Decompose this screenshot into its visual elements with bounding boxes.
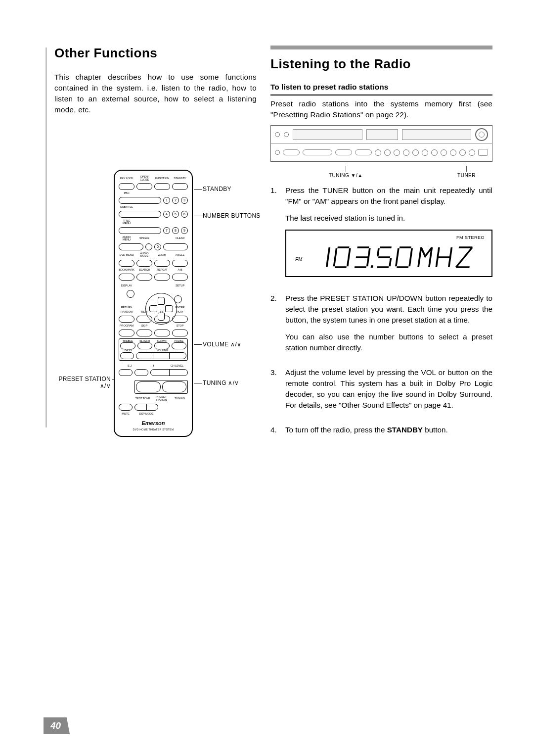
remote-body: KEY LOCKOPEN/ CLOSEFUNCTIONSTANDBY PBC 1… [114,170,193,437]
remote-illustration: STANDBY NUMBER BUTTONS VOLUME ∧/∨ TUNING… [54,170,257,447]
heading-accent-bar [270,46,492,49]
disc-tray-icon [293,129,362,140]
remote-row [119,274,188,281]
callout-volume: VOLUME ∧/∨ [203,341,272,348]
clear-button [163,243,188,250]
number-7-button: 7 [163,227,170,234]
vertical-rule [45,47,47,427]
function-button [154,183,170,190]
seven-segment-readout [322,244,484,270]
dpad-up [158,297,165,305]
standby-button [172,183,188,190]
headphone-jack-icon [275,150,280,155]
page-number: 40 [44,717,70,734]
subtitle-button [119,211,161,218]
display-illustration: FM STEREO FM [285,230,492,277]
mute-button [119,404,133,411]
remote-subtitle: DVD HOME THEATER SYSTEM [119,428,188,431]
subheading-preset-stations: To listen to preset radio stations [270,83,492,92]
skip-prev-button [136,330,152,336]
svg-rect-0 [371,266,373,268]
remote-row [119,260,188,267]
dpad-down [158,313,165,321]
remote-row: 123 [119,197,188,204]
dsp-mode-rocker [134,404,158,411]
remote-row [119,330,188,336]
callout-standby-label: STANDBY [203,186,231,192]
title-menu-button [119,227,161,234]
callout-number-label: NUMBER BUTTONS [203,212,261,219]
volume-knob-icon [475,128,488,141]
step-1-note: The last received station is tuned in. [285,213,492,224]
audio-menu-button [119,243,143,250]
intro-paragraph: This chapter describes how to use some f… [54,72,257,115]
callout-preset-station: PRESET STATION ∧/∨ [51,376,111,389]
lcd-display-icon [402,129,472,140]
step-1: 1. Press the TUNER button on the main un… [270,185,492,285]
angle-button [172,260,188,267]
preset-station-rocker [136,381,161,392]
zoom-button [154,260,170,267]
plus-button [134,369,148,376]
step-2: 2. Press the PRESET STATION UP/DOWN butt… [270,293,492,359]
preset-intro-paragraph: Preset radio stations into the systems m… [270,98,492,120]
stop-button [172,330,188,336]
number-6-button: 6 [181,211,188,218]
step-2-text: Press the PRESET STATION UP/DOWN button … [285,293,492,326]
dpad-right [165,305,173,312]
remote-row: 789 [119,227,188,234]
single-button [145,243,152,250]
unit-button [283,149,300,155]
tuning-buttons [355,149,372,155]
volume-rocker [136,352,186,359]
number-8-button: 8 [172,227,179,234]
main-unit-labels: TUNING ▼/▲ TUNER [270,165,492,178]
step-4-text: To turn off the radio, press the STANDBY… [285,425,492,435]
number-2-button: 2 [172,197,179,204]
standby-led-icon [284,132,289,137]
slow-r-button [137,342,153,349]
eject-button-icon [478,149,488,156]
step-2-note: You can also use the number buttons to s… [285,331,492,353]
key-lock-button [119,183,134,190]
step-4: 4. To turn off the radio, press the STAN… [270,425,492,441]
step-1-text: Press the TUNER button on the main unit … [285,185,492,207]
heading-other-functions: Other Functions [54,46,257,61]
tuner-label: TUNER [457,173,476,178]
power-led-icon [275,132,280,137]
tuning-label: TUNING ▼/▲ [329,173,363,178]
skip-next-button [154,330,170,336]
remote-row: KEY LOCKOPEN/ CLOSEFUNCTIONSTANDBY [119,176,188,181]
remote-brand: Emerson [119,420,188,426]
ch-level-rocker [150,369,188,376]
number-1-button: 1 [163,197,170,204]
seven-segment-icon [322,243,484,271]
callout-number-buttons: NUMBER BUTTONS [203,212,272,219]
remote-row: 0 [119,243,188,250]
audio-mode-button [136,260,152,267]
number-9-button: 9 [181,227,188,234]
bass-button [120,352,134,359]
manual-page: Other Functions This chapter describes h… [0,0,534,756]
d-pad [126,291,181,302]
display-fm-label: FM [295,256,302,264]
setup-button [174,295,182,303]
open-close-button [136,183,152,190]
main-unit-illustration [270,125,492,162]
random-button [119,316,134,323]
a-b-button [172,274,188,281]
callout-preset-label: PRESET STATION ∧/∨ [58,376,111,389]
steps-list: 1. Press the TUNER button on the main un… [270,185,492,441]
remote-row [119,183,188,190]
treble-button [120,342,135,349]
number-0-button: 0 [154,243,161,250]
step-3: 3. Adjust the volume level by pressing t… [270,367,492,417]
callout-tuning-label: TUNING ∧/∨ [203,379,239,386]
repeat-button [154,274,170,281]
search-button [136,274,152,281]
pbc-button [119,197,161,204]
remote-group-box: TREBLESLOW.RSLOW.FPAUSE BASSVOLUME [119,338,188,361]
tuning-rocker [162,381,187,392]
step-3-text: Adjust the volume level by pressing the … [285,367,492,411]
pause-button [172,342,187,349]
